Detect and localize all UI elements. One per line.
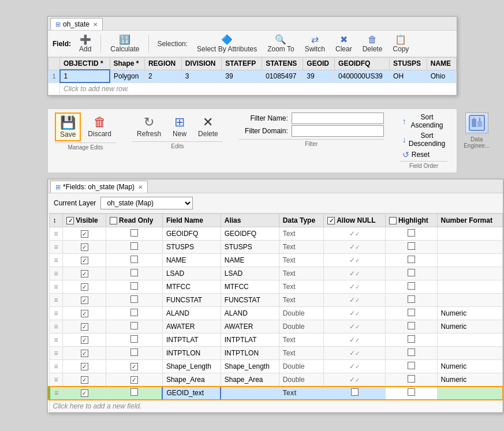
alias-cell[interactable]: FUNCSTAT: [221, 294, 279, 307]
sort-handle[interactable]: ≡: [49, 267, 63, 280]
highlight-cell[interactable]: [385, 254, 437, 267]
allownull-header[interactable]: Allow NULL: [324, 214, 386, 227]
readonly-cell[interactable]: [106, 387, 163, 400]
allownull-checkbox[interactable]: ✓: [351, 257, 359, 264]
numberformat-cell[interactable]: Numeric: [437, 320, 502, 333]
fieldname-header[interactable]: Field Name: [162, 214, 221, 227]
allownull-cell[interactable]: ✓: [324, 294, 386, 307]
readonly-checkbox[interactable]: [130, 363, 138, 370]
allownull-checkbox[interactable]: ✓: [351, 283, 359, 291]
filter-domain-input[interactable]: [292, 125, 384, 137]
table-row[interactable]: ≡Shape_LengthShape_LengthDouble✓Numeric: [49, 360, 503, 373]
visible-cell[interactable]: [63, 307, 106, 320]
allownull-cell[interactable]: ✓: [324, 254, 386, 267]
table-row[interactable]: ≡GEOID_textText: [49, 387, 503, 400]
readonly-checkbox[interactable]: [130, 309, 138, 316]
allownull-checkbox[interactable]: ✓: [351, 323, 359, 331]
highlight-checkbox[interactable]: [408, 269, 415, 276]
fieldname-cell[interactable]: INTPTLAT: [162, 333, 221, 347]
readonly-checkbox[interactable]: [130, 242, 138, 250]
readonly-cell[interactable]: [106, 360, 163, 373]
allownull-cell[interactable]: ✓: [324, 280, 386, 294]
table-row[interactable]: 1 1 Polygon 2 3 39 01085497 39 0400000US…: [48, 70, 457, 83]
alias-cell[interactable]: STUSPS: [221, 241, 279, 254]
allownull-cell[interactable]: ✓: [324, 267, 386, 280]
alias-header[interactable]: Alias: [221, 214, 279, 227]
allownull-cell[interactable]: [324, 387, 386, 400]
copy-button[interactable]: 📋 Copy: [389, 33, 412, 54]
discard-button[interactable]: 🗑 Discard: [83, 113, 116, 141]
alias-cell[interactable]: NAME: [221, 254, 279, 267]
visible-checkbox[interactable]: [81, 230, 88, 238]
highlight-checkbox[interactable]: [408, 242, 415, 250]
readonly-cell[interactable]: [106, 241, 163, 254]
readonly-cell[interactable]: [106, 333, 163, 347]
highlight-checkbox[interactable]: [408, 256, 415, 263]
highlight-cell[interactable]: [385, 267, 437, 280]
highlight-cell[interactable]: [385, 347, 437, 360]
fieldname-cell[interactable]: Shape_Area: [162, 373, 221, 387]
attr-table-tab-close[interactable]: ✕: [93, 21, 98, 28]
numberformat-cell[interactable]: [437, 294, 502, 307]
highlight-cell[interactable]: [385, 360, 437, 373]
readonly-cell[interactable]: [106, 294, 163, 307]
table-row[interactable]: ≡MTFCCMTFCCText✓: [49, 280, 503, 294]
table-row[interactable]: ≡AWATERAWATERDouble✓Numeric: [49, 320, 503, 333]
readonly-cell[interactable]: [106, 227, 163, 241]
allownull-cell[interactable]: ✓: [324, 333, 386, 347]
allownull-cell[interactable]: ✓: [324, 307, 386, 320]
alias-cell[interactable]: Shape_Length: [221, 360, 279, 373]
table-row[interactable]: ≡Shape_AreaShape_AreaDouble✓Numeric: [49, 373, 503, 387]
readonly-cell[interactable]: [106, 347, 163, 360]
table-row[interactable]: ≡FUNCSTATFUNCSTATText✓: [49, 294, 503, 307]
highlight-checkbox[interactable]: [408, 335, 415, 343]
alias-cell[interactable]: [221, 387, 279, 400]
region-header[interactable]: REGION: [144, 58, 181, 70]
readonly-cell[interactable]: [106, 320, 163, 333]
name-header[interactable]: NAME: [427, 58, 456, 70]
alias-cell[interactable]: AWATER: [221, 320, 279, 333]
visible-cell[interactable]: [63, 280, 106, 294]
table-row[interactable]: ≡LSADLSADText✓: [49, 267, 503, 280]
numberformat-cell[interactable]: [437, 333, 502, 347]
allownull-checkbox[interactable]: ✓: [351, 363, 359, 370]
numberformat-cell[interactable]: Numeric: [437, 307, 502, 320]
visible-checkbox[interactable]: [81, 350, 88, 357]
readonly-all-checkbox[interactable]: [110, 217, 117, 224]
reset-button[interactable]: ↺ Reset: [400, 149, 447, 160]
readonly-checkbox[interactable]: [130, 376, 138, 384]
sort-handle[interactable]: ≡: [49, 241, 63, 254]
highlight-all-checkbox[interactable]: [389, 217, 397, 224]
visible-checkbox[interactable]: [81, 243, 88, 251]
visible-header[interactable]: Visible: [63, 214, 106, 227]
alias-cell[interactable]: Shape_Area: [221, 373, 279, 387]
numberformat-cell[interactable]: [437, 347, 502, 360]
readonly-checkbox[interactable]: [130, 229, 138, 237]
fieldname-cell[interactable]: GEOIDFQ: [162, 227, 221, 241]
statefp-header[interactable]: STATEFP: [222, 58, 262, 70]
fieldname-cell[interactable]: STUSPS: [162, 241, 221, 254]
visible-checkbox[interactable]: [81, 257, 88, 264]
visible-cell[interactable]: [63, 387, 106, 400]
delete-sel-button[interactable]: 🗑 Delete: [359, 33, 386, 54]
datatype-header[interactable]: Data Type: [279, 214, 324, 227]
visible-checkbox[interactable]: [81, 270, 88, 278]
table-row[interactable]: ≡INTPTLATINTPTLATText✓: [49, 333, 503, 347]
table-row[interactable]: ≡GEOIDFQGEOIDFQText✓: [49, 227, 503, 241]
visible-cell[interactable]: [63, 320, 106, 333]
visible-cell[interactable]: [63, 294, 106, 307]
fieldname-cell[interactable]: INTPTLON: [162, 347, 221, 360]
table-row[interactable]: ≡INTPTLONINTPTLONText✓: [49, 347, 503, 360]
numberformat-cell[interactable]: [437, 267, 502, 280]
readonly-cell[interactable]: [106, 307, 163, 320]
fieldname-cell[interactable]: NAME: [162, 254, 221, 267]
highlight-checkbox[interactable]: [408, 282, 415, 290]
sort-handle[interactable]: ≡: [49, 333, 63, 347]
readonly-checkbox[interactable]: [130, 348, 138, 356]
fieldname-cell[interactable]: FUNCSTAT: [162, 294, 221, 307]
attr-table-tab[interactable]: ⊞ oh_state ✕: [50, 18, 103, 30]
highlight-cell[interactable]: [385, 373, 437, 387]
save-button[interactable]: 💾 Save: [55, 113, 81, 141]
select-by-attr-button[interactable]: 🔷 Select By Attributes: [193, 33, 260, 54]
fieldname-cell[interactable]: GEOID_text: [162, 387, 221, 400]
